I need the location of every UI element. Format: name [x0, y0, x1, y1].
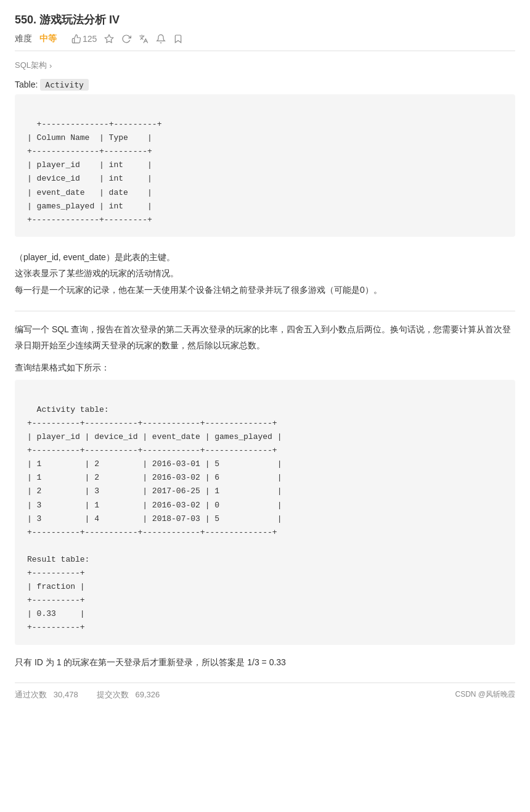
- footer-bar: 通过次数 30,478 提交次数 69,326 CSDN @风斩晚霞: [15, 683, 515, 700]
- breadcrumb-link[interactable]: SQL架构: [15, 60, 47, 71]
- example-content: Activity table: +----------+-----------+…: [27, 405, 282, 633]
- difficulty-label: 难度: [15, 33, 32, 44]
- table-label-row: Table: Activity: [15, 80, 515, 89]
- submissions-value: 30,478: [54, 690, 78, 699]
- breadcrumb-chevron: ›: [49, 61, 52, 70]
- page-title: 550. 游戏玩法分析 IV: [15, 12, 515, 27]
- problem-description: 编写一个 SQL 查询，报告在首次登录的第二天再次登录的玩家的比率，四舍五入到小…: [15, 321, 515, 354]
- footer-stats: 通过次数 30,478 提交次数 69,326: [15, 689, 160, 700]
- schema-desc-3: 每一行是一个玩家的记录，他在某一天使用某个设备注销之前登录并玩了很多游戏（可能是…: [15, 282, 515, 298]
- meta-row: 难度 中等 125: [15, 33, 515, 51]
- schema-description: （player_id, event_date）是此表的主键。 这张表显示了某些游…: [15, 249, 515, 298]
- difficulty-value: 中等: [39, 33, 57, 44]
- likes-count: 125: [83, 34, 97, 44]
- translate-icon[interactable]: [139, 34, 149, 44]
- total-stat: 提交次数 69,326: [97, 689, 160, 700]
- table-label-text: Table:: [15, 80, 38, 89]
- star-icon[interactable]: [104, 34, 114, 44]
- refresh-icon[interactable]: [121, 34, 131, 44]
- total-value: 69,326: [135, 690, 160, 699]
- thumbs-up-icon[interactable]: 125: [71, 34, 97, 44]
- footer-brand: CSDN @风斩晚霞: [455, 689, 515, 700]
- submissions-label: 通过次数: [15, 690, 47, 699]
- svg-marker-0: [105, 35, 113, 43]
- schema-desc-2: 这张表显示了某些游戏的玩家的活动情况。: [15, 265, 515, 282]
- schema-desc-1: （player_id, event_date）是此表的主键。: [15, 249, 515, 266]
- total-label: 提交次数: [97, 690, 129, 699]
- schema-content: +--------------+---------+ | Column Name…: [27, 120, 161, 224]
- table-name-badge: Activity: [40, 79, 89, 91]
- schema-box: +--------------+---------+ | Column Name…: [15, 94, 515, 237]
- bookmark-icon[interactable]: [173, 34, 183, 44]
- explanation-text: 只有 ID 为 1 的玩家在第一天登录后才重新登录，所以答案是 1/3 = 0.…: [15, 655, 515, 670]
- bell-icon[interactable]: [156, 34, 166, 44]
- section-divider: [15, 311, 515, 311]
- breadcrumb[interactable]: SQL架构 ›: [15, 60, 515, 71]
- result-format-label: 查询结果格式如下所示：: [15, 363, 515, 374]
- example-box: Activity table: +----------+-----------+…: [15, 380, 515, 645]
- submissions-stat: 通过次数 30,478: [15, 689, 78, 700]
